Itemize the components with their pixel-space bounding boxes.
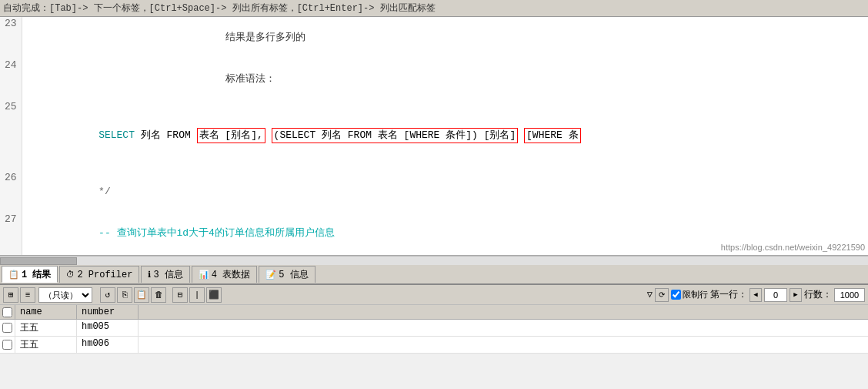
row-count-label: 行数： (804, 288, 832, 301)
hint-text: 自动完成：[Tab]-> 下一个标签，[Ctrl+Space]-> 列出所有标签… (3, 3, 436, 14)
cell-number-1[interactable]: hm005 (77, 320, 139, 336)
cell-name-2[interactable]: 王五 (15, 337, 77, 353)
tab-results-icon: 📋 (8, 270, 19, 280)
toolbar-btn-delete[interactable]: 🗑 (151, 287, 166, 303)
toolbar-btn-table[interactable]: ⊟ (172, 287, 188, 303)
tab-profiler-icon: ⏱ (66, 270, 75, 280)
toolbar-btn-grid[interactable]: ⊞ (3, 287, 18, 303)
tab-tabledata-icon: 📊 (199, 270, 209, 280)
filter-icon: ▽ (647, 289, 653, 300)
tab-results[interactable]: 📋 1 结果 (2, 266, 58, 283)
scrollbar-thumb[interactable] (0, 257, 77, 265)
hint-bar: 自动完成：[Tab]-> 下一个标签，[Ctrl+Space]-> 列出所有标签… (0, 0, 868, 17)
tab-profiler[interactable]: ⏱ 2 Profiler (59, 266, 139, 283)
limit-label: 限制行 (683, 289, 708, 300)
tab-info2-label: 5 信息 (279, 268, 308, 281)
code-line-23: 23 结果是多行多列的 (0, 17, 868, 59)
toolbar-btn-col[interactable]: | (189, 287, 205, 303)
tab-info1-label: 3 信息 (153, 268, 182, 281)
toolbar-btn-export[interactable]: ⬛ (206, 287, 222, 303)
limit-row-checkbox[interactable]: 限制行 (671, 289, 708, 300)
tab-tabledata[interactable]: 📊 4 表数据 (192, 266, 257, 283)
results-tabs-bar: 📋 1 结果 ⏱ 2 Profiler ℹ 3 信息 📊 4 表数据 📝 5 信… (0, 265, 868, 285)
tab-tabledata-label: 4 表数据 (212, 268, 250, 281)
tab-results-label: 1 结果 (22, 268, 51, 281)
col-header-name: name (15, 305, 77, 319)
toolbar-btn-copy[interactable]: ⎘ (117, 287, 132, 303)
row-checkbox[interactable] (2, 340, 12, 350)
code-line-25: 25 SELECT 列名 FROM 表名 [别名], (SELECT 列名 FR… (0, 100, 868, 171)
mode-dropdown[interactable]: （只读） (38, 287, 92, 303)
tab-info2[interactable]: 📝 5 信息 (259, 266, 315, 283)
header-select-all[interactable] (2, 307, 12, 317)
tab-info2-icon: 📝 (265, 270, 276, 280)
toolbar-btn-text[interactable]: ≡ (20, 287, 35, 303)
limit-checkbox-input[interactable] (671, 290, 681, 300)
dropdown-wrapper: （只读） (38, 287, 92, 303)
code-table: 23 结果是多行多列的 24 标准语法： 25 SELECT 列名 FROM 表… (0, 17, 868, 256)
toolbar-btn-refresh[interactable]: ⟳ (655, 288, 669, 302)
first-row-label: 第一行： (710, 288, 747, 301)
toolbar-btn-reload[interactable]: ↺ (100, 287, 115, 303)
row-checkbox-cell (0, 320, 15, 336)
first-row-input[interactable] (764, 288, 787, 302)
nav-prev-btn[interactable]: ◀ (749, 288, 762, 302)
table-row: 王五 hm005 (0, 320, 868, 337)
watermark: https://blog.csdn.net/weixin_49221590 (721, 243, 865, 252)
toolbar-right: ▽ ⟳ 限制行 第一行： ◀ ▶ 行数： (647, 288, 865, 302)
code-line-24: 24 标准语法： (0, 59, 868, 100)
code-line-26: 26 */ (0, 171, 868, 213)
row-checkbox-cell (0, 337, 15, 353)
row-checkbox[interactable] (2, 323, 12, 333)
cell-name-1[interactable]: 王五 (15, 320, 77, 336)
code-editor[interactable]: 23 结果是多行多列的 24 标准语法： 25 SELECT 列名 FROM 表… (0, 17, 868, 256)
nav-next-btn[interactable]: ▶ (790, 288, 802, 302)
horizontal-scrollbar[interactable] (0, 256, 868, 265)
header-checkbox-cell (0, 305, 15, 319)
results-toolbar: ⊞ ≡ （只读） ↺ ⎘ 📋 🗑 ⊟ | ⬛ ▽ ⟳ 限制行 第一行： ◀ ▶ … (0, 285, 868, 305)
table-row: 王五 hm006 (0, 337, 868, 354)
grid-header: name number (0, 305, 868, 320)
cell-number-2[interactable]: hm006 (77, 337, 139, 353)
tab-info1[interactable]: ℹ 3 信息 (141, 266, 189, 283)
tab-profiler-label: 2 Profiler (77, 270, 132, 280)
row-count-input[interactable] (834, 288, 865, 302)
col-header-number: number (77, 305, 139, 319)
tab-info1-icon: ℹ (148, 270, 151, 280)
data-grid: name number 王五 hm005 王五 hm006 (0, 305, 868, 354)
toolbar-btn-copy2[interactable]: 📋 (134, 287, 149, 303)
